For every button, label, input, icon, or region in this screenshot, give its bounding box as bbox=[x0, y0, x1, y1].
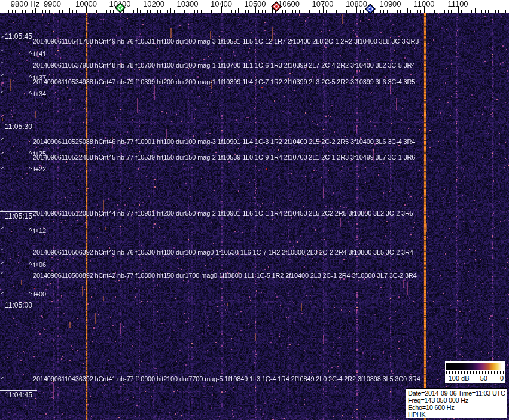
green-diamond-marker[interactable] bbox=[115, 2, 126, 16]
ruler-tick bbox=[451, 10, 452, 13]
ruler-tick bbox=[59, 10, 60, 13]
time-axis-label: 11:04:45 bbox=[5, 391, 32, 398]
detection-log-line: 20140906110534988 hCnt47 nb-79 f10399 hi… bbox=[33, 79, 415, 85]
spectrogram-window: 9800 Hz990010000101001020010300104001050… bbox=[0, 0, 509, 420]
colorbar-min-label: -100 dB bbox=[446, 375, 470, 382]
ruler-tick bbox=[56, 10, 56, 13]
elapsed-time-marker: ^ t+41 bbox=[29, 51, 46, 57]
ruler-tick bbox=[211, 10, 212, 13]
left-edge-event-tick bbox=[1, 138, 4, 140]
ruler-tick bbox=[397, 10, 398, 13]
ruler-tick bbox=[181, 10, 181, 13]
ruler-tick bbox=[383, 10, 384, 13]
ruler-tick bbox=[502, 10, 502, 13]
detection-log-line: 20140906110541788 hCnt49 nb-76 f10531 hi… bbox=[33, 38, 419, 45]
ruler-tick bbox=[238, 8, 239, 13]
colorbar-tick bbox=[446, 371, 447, 374]
colorbar-tick bbox=[458, 371, 459, 374]
ruler-tick bbox=[69, 8, 70, 13]
ruler-tick bbox=[45, 10, 46, 13]
ruler-tick bbox=[231, 10, 232, 13]
ruler-tick bbox=[434, 10, 435, 13]
ruler-tick bbox=[471, 10, 472, 13]
ruler-tick bbox=[319, 10, 320, 13]
left-edge-event-tick bbox=[1, 167, 4, 170]
detection-log-line: 20140906110506392 hCnt43 nb-76 f10530 hi… bbox=[33, 249, 413, 256]
ruler-tick bbox=[201, 10, 202, 13]
ruler-tick bbox=[505, 10, 506, 13]
ruler-tick bbox=[258, 10, 259, 13]
ruler-tick bbox=[438, 10, 438, 13]
colorbar-tick bbox=[470, 371, 471, 374]
blue-diamond-marker[interactable] bbox=[365, 4, 376, 17]
ruler-tick bbox=[387, 10, 388, 13]
left-edge-event-tick bbox=[1, 292, 4, 295]
ruler-label: 10900 bbox=[379, 0, 401, 8]
ruler-label: 10300 bbox=[176, 0, 198, 8]
ruler-tick bbox=[191, 10, 191, 13]
colorbar-tick bbox=[488, 371, 489, 374]
ruler-tick bbox=[8, 10, 9, 13]
ruler-tick bbox=[444, 10, 445, 13]
ruler-tick bbox=[100, 10, 100, 13]
colorbar-tick bbox=[491, 371, 492, 374]
ruler-tick bbox=[157, 10, 158, 13]
ruler-tick bbox=[495, 10, 496, 13]
left-edge-event-tick bbox=[1, 36, 4, 39]
ruler-tick bbox=[431, 10, 431, 13]
colorbar-tick bbox=[497, 371, 498, 374]
info-frequency: Freq=143 050 000 Hz bbox=[408, 397, 507, 404]
ruler-tick bbox=[313, 10, 313, 13]
ruler-tick bbox=[478, 10, 478, 13]
ruler-tick bbox=[225, 10, 225, 13]
ruler-tick bbox=[62, 10, 63, 13]
ruler-label: 9800 Hz bbox=[11, 0, 39, 8]
ruler-tick bbox=[106, 10, 107, 13]
ruler-tick bbox=[461, 10, 462, 13]
ruler-tick bbox=[164, 10, 164, 13]
colorbar-tick bbox=[452, 371, 453, 374]
info-date-time: Date=2014-09-06 Time=11:03 UTC bbox=[408, 390, 507, 397]
ruler-tick bbox=[184, 10, 185, 13]
ruler-tick bbox=[448, 10, 449, 13]
left-edge-event-tick bbox=[1, 50, 4, 52]
colorbar-tick bbox=[485, 371, 486, 374]
time-axis-label: 11:05:15 bbox=[5, 213, 32, 220]
ruler-tick bbox=[455, 10, 455, 13]
colorbar-tick bbox=[503, 371, 504, 374]
time-axis-label: 11:05:00 bbox=[5, 302, 32, 309]
ruler-tick bbox=[242, 10, 242, 13]
ruler-label: 9900 bbox=[44, 0, 61, 8]
ruler-tick bbox=[72, 10, 73, 13]
ruler-tick bbox=[394, 10, 394, 13]
ruler-tick bbox=[428, 10, 428, 13]
red-diamond-marker[interactable] bbox=[271, 1, 282, 14]
ruler-tick bbox=[76, 10, 77, 13]
ruler-tick bbox=[130, 10, 130, 13]
ruler-label: 10400 bbox=[211, 0, 232, 8]
left-edge-event-tick bbox=[1, 249, 4, 251]
ruler-tick bbox=[269, 10, 269, 13]
detection-log-line: 20140906110436392 hCnt41 nb-77 f10900 hi… bbox=[33, 376, 420, 382]
colorbar-mid-label: -50 bbox=[478, 375, 487, 382]
ruler-tick bbox=[49, 10, 50, 13]
ruler-tick bbox=[22, 10, 23, 13]
ruler-tick bbox=[346, 10, 347, 13]
ruler-tick bbox=[285, 10, 286, 13]
ruler-tick bbox=[93, 10, 93, 13]
colorbar-tick bbox=[449, 371, 450, 374]
ruler-tick bbox=[410, 10, 411, 13]
ruler-label: 10000 bbox=[75, 0, 97, 8]
detection-log-line: 20140906110522488 hCnt45 nb-77 f10539 hi… bbox=[33, 154, 415, 161]
ruler-tick bbox=[127, 10, 127, 13]
ruler-tick bbox=[343, 10, 343, 13]
ruler-tick bbox=[218, 10, 218, 13]
ruler-tick bbox=[42, 10, 43, 13]
status-info-box: Date=2014-09-06 Time=11:03 UTC Freq=143 … bbox=[406, 388, 507, 418]
ruler-tick bbox=[330, 10, 330, 13]
ruler-tick bbox=[404, 10, 404, 13]
left-edge-event-tick bbox=[1, 377, 4, 379]
colorbar-tick bbox=[482, 371, 483, 374]
ruler-tick bbox=[5, 10, 5, 13]
ruler-tick bbox=[15, 10, 16, 13]
